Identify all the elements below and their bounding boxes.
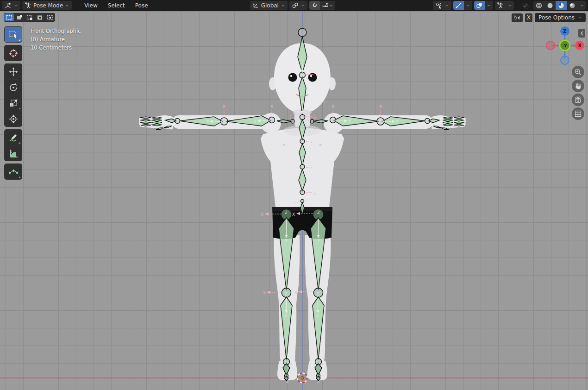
select-mode-extend[interactable] (14, 13, 24, 21)
pose-xray-toggle[interactable] (495, 1, 506, 10)
transform-orientation-dropdown[interactable]: Global (250, 1, 288, 10)
chevron-down-icon (444, 3, 449, 8)
show-gizmos-toggle[interactable] (453, 1, 464, 10)
measure-icon (8, 148, 19, 158)
grid-scale-text: 10 Centimeters (31, 44, 81, 52)
chevron-down-icon (580, 3, 584, 8)
chevron-down-icon (65, 3, 69, 8)
menu-pose[interactable]: Pose (131, 1, 152, 10)
chevron-down-icon (281, 3, 285, 8)
show-overlays-toggle[interactable] (474, 1, 485, 10)
chevron-down-icon (300, 3, 305, 8)
pose-xray-figure-icon (497, 2, 504, 9)
mirror-axis-label: X (527, 14, 531, 21)
tool-cursor[interactable] (5, 45, 22, 61)
tool-pose-breakdowner[interactable] (5, 164, 22, 179)
chevron-down-icon (13, 3, 18, 8)
rendered-shading-icon (569, 2, 576, 9)
select-mode-set[interactable] (4, 13, 14, 21)
snap-toggle[interactable] (309, 1, 320, 10)
active-object-text: (0) Armature (31, 35, 81, 44)
perspective-ortho-toggle[interactable] (572, 107, 584, 120)
select-box-icon (8, 30, 19, 39)
view-name-text: Front Orthographic (31, 27, 81, 35)
pivot-point-dropdown[interactable] (289, 1, 307, 10)
select-mode-intersect[interactable] (45, 13, 55, 21)
select-mode-subtract[interactable] (25, 13, 34, 21)
rotate-icon (8, 82, 19, 93)
menu-select[interactable]: Select (104, 1, 129, 10)
select-mode-invert[interactable] (35, 13, 44, 21)
tool-move[interactable] (5, 64, 22, 79)
pose-breakdowner-icon (8, 167, 19, 177)
viewport-navigation-controls (572, 66, 584, 120)
zoom-button[interactable] (572, 66, 584, 78)
transform-icon (8, 114, 19, 124)
orientation-label: Global (261, 2, 279, 9)
toggle-xray-button[interactable] (519, 1, 532, 10)
toggle-xray-icon (522, 2, 529, 9)
pose-options-dropdown[interactable]: Pose Options (535, 13, 586, 22)
wireframe-shading-icon (535, 2, 543, 9)
mirror-axis-button[interactable]: X (525, 13, 532, 22)
sidebar-toggle-tab[interactable] (578, 29, 585, 38)
x-mirror-toggle[interactable] (512, 13, 523, 22)
mode-dropdown[interactable]: Pose Mode (22, 1, 72, 10)
tool-settings-right: X Pose Options (512, 13, 586, 22)
blender-window: YYYYYxxxxxXXXXYYYYXXZZYYXXZZYYzzZZ Z X -… (0, 0, 588, 390)
pivot-point-icon (292, 2, 299, 9)
snap-settings-dropdown[interactable] (320, 1, 335, 10)
magnifier-plus-icon (574, 68, 582, 76)
pose-options-label: Pose Options (538, 14, 575, 21)
chevron-down-icon (487, 3, 491, 8)
mirror-butterfly-icon (513, 14, 521, 21)
chevron-down-icon (507, 3, 512, 8)
shading-dropdown[interactable] (578, 1, 586, 10)
gizmos-dropdown[interactable] (464, 1, 472, 10)
viewport-info-text: Front Orthographic (0) Armature 10 Centi… (31, 27, 81, 52)
mode-label: Pose Mode (33, 2, 63, 9)
pose-xray-dropdown[interactable] (506, 1, 514, 10)
select-mode-group (4, 13, 55, 22)
chevron-down-icon (329, 3, 333, 8)
scale-icon (8, 98, 19, 108)
material-preview-shading-icon (557, 2, 565, 9)
show-overlays-icon (476, 2, 483, 9)
transform-orientation-icon (252, 2, 259, 9)
object-visibility-eye-icon (435, 2, 443, 9)
shading-rendered-button[interactable] (567, 1, 578, 10)
editor-type-button[interactable] (2, 1, 20, 10)
annotate-pencil-icon (8, 132, 19, 143)
shading-material-button[interactable] (556, 1, 567, 10)
solid-shading-icon (546, 2, 554, 9)
tool-measure[interactable] (5, 145, 22, 161)
snap-increment-icon (322, 2, 329, 9)
pose-figure-icon (25, 2, 31, 9)
overlays-dropdown[interactable] (485, 1, 493, 10)
move-icon (8, 67, 19, 77)
snap-magnet-icon (311, 2, 318, 9)
object-visibility-dropdown[interactable] (433, 1, 451, 10)
chevron-down-icon (577, 15, 582, 20)
3d-viewport-editor-icon (4, 2, 12, 9)
chevron-left-icon (580, 31, 584, 36)
camera-view-button[interactable] (572, 94, 584, 106)
show-gizmo-icon (455, 2, 462, 9)
tool-rotate[interactable] (5, 80, 22, 95)
tool-select-box[interactable] (5, 27, 22, 42)
hand-icon (574, 82, 582, 90)
grid-icon (574, 110, 582, 118)
shading-mode-group (533, 1, 586, 10)
pan-button[interactable] (572, 80, 584, 92)
tool-annotate[interactable] (5, 130, 22, 145)
menu-view[interactable]: View (80, 1, 101, 10)
shading-solid-button[interactable] (544, 1, 556, 10)
shading-wireframe-button[interactable] (533, 1, 544, 10)
tool-transform[interactable] (5, 111, 22, 126)
3d-viewport[interactable] (0, 11, 588, 390)
camera-icon (574, 96, 582, 104)
viewport-header: Pose Mode View Select Pose Global (0, 0, 588, 11)
3d-cursor-icon (8, 48, 19, 58)
tool-scale[interactable] (5, 95, 22, 111)
toolbar (4, 26, 22, 180)
